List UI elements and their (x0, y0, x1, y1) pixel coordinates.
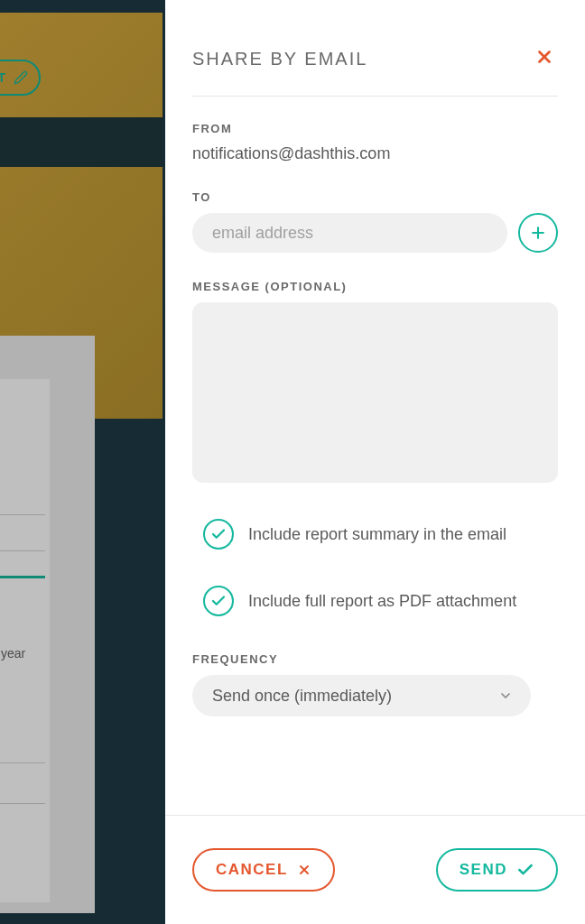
add-recipient-button[interactable] (518, 213, 558, 253)
panel-body: FROM notifications@dashthis.com TO MESSA… (165, 97, 585, 815)
cancel-button[interactable]: CANCEL (192, 848, 335, 892)
check-icon (210, 526, 227, 542)
option-pdf-label: Include full report as PDF attachment (248, 592, 516, 611)
message-label: MESSAGE (OPTIONAL) (192, 280, 558, 293)
from-value: notifications@dashthis.com (192, 144, 558, 163)
option-summary-checkbox[interactable] (203, 519, 234, 550)
share-email-panel: SHARE BY EMAIL FROM notifications@dashth… (165, 0, 585, 924)
message-textarea[interactable] (192, 302, 558, 483)
send-button[interactable]: SEND (436, 848, 558, 892)
email-input[interactable] (192, 213, 507, 253)
send-label: SEND (460, 861, 507, 879)
to-label: TO (192, 190, 558, 204)
panel-header: SHARE BY EMAIL (165, 0, 585, 96)
option-pdf-checkbox[interactable] (203, 586, 234, 616)
check-icon (210, 593, 227, 609)
frequency-select-wrap: Send once (immediately) (192, 675, 558, 716)
close-icon (534, 47, 554, 67)
frequency-label: FREQUENCY (192, 652, 558, 666)
close-icon (297, 863, 311, 877)
cancel-label: CANCEL (216, 861, 288, 879)
to-row (192, 213, 558, 253)
panel-footer: CANCEL SEND (165, 815, 585, 924)
option-pdf-row: Include full report as PDF attachment (192, 586, 558, 616)
plus-icon (529, 224, 547, 242)
close-button[interactable] (531, 43, 558, 74)
panel-title: SHARE BY EMAIL (192, 49, 367, 69)
check-icon (516, 861, 534, 879)
option-summary-label: Include report summary in the email (248, 525, 506, 544)
from-label: FROM (192, 122, 558, 135)
option-summary-row: Include report summary in the email (192, 519, 558, 550)
frequency-select[interactable]: Send once (immediately) (192, 675, 531, 716)
